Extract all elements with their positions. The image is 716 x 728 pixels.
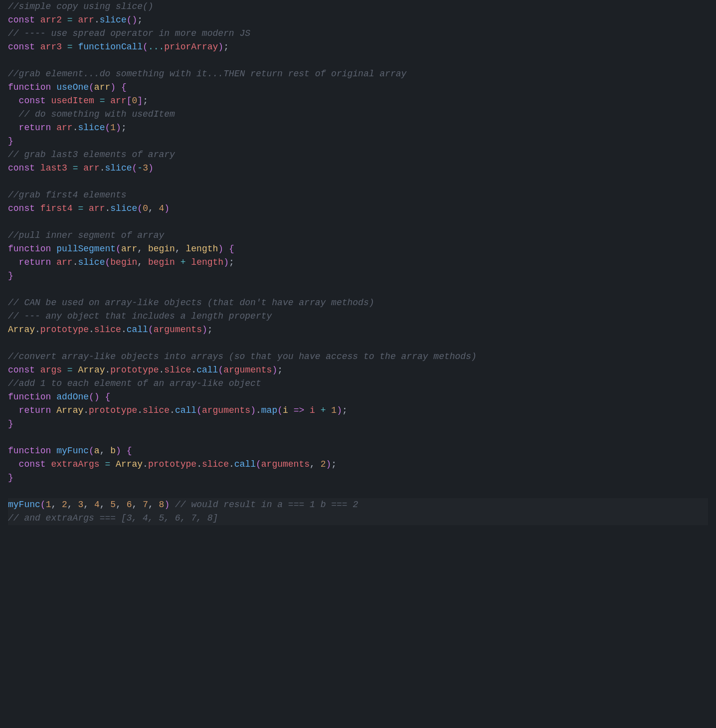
token-paren: () xyxy=(89,392,100,402)
token-paren: ) xyxy=(164,203,170,213)
token-punct: . xyxy=(83,405,89,415)
code-line[interactable]: //grab first4 elements xyxy=(8,188,708,202)
code-line[interactable]: function pullSegment(arr, begin, length)… xyxy=(8,242,708,256)
token-storage: const xyxy=(8,365,35,375)
token-plain xyxy=(175,257,180,267)
token-plain xyxy=(35,42,40,52)
token-storage: function xyxy=(8,244,51,254)
code-line[interactable] xyxy=(8,431,708,444)
token-num: 7 xyxy=(143,500,148,510)
token-plain xyxy=(94,96,100,106)
code-line[interactable]: // and extraArgs === [3, 4, 5, 6, 7, 8] xyxy=(8,512,708,525)
token-plain xyxy=(67,163,73,173)
token-comment: // and extraArgs === [3, 4, 5, 6, 7, 8] xyxy=(8,513,218,523)
token-comment: // CAN be used on array-like objects (th… xyxy=(8,298,374,308)
token-paren: ( xyxy=(89,446,94,456)
token-paren: ( xyxy=(196,405,202,415)
code-line[interactable]: function addOne() { xyxy=(8,390,708,404)
token-punct: . xyxy=(94,15,100,25)
code-line[interactable]: // grab last3 elements of arary xyxy=(8,148,708,162)
code-line[interactable]: Array.prototype.slice.call(arguments); xyxy=(8,323,708,337)
code-line[interactable] xyxy=(8,54,708,67)
token-paren: ( xyxy=(137,203,143,213)
token-varname: arr xyxy=(56,257,72,267)
token-funcname: addOne xyxy=(56,392,89,402)
code-line[interactable]: } xyxy=(8,471,708,485)
token-comment: //convert array-like objects into arrays… xyxy=(8,352,477,362)
code-line[interactable]: // --- any object that includes a length… xyxy=(8,310,708,323)
token-paren: ( xyxy=(116,244,121,254)
token-num: 1 xyxy=(110,123,116,133)
code-line[interactable]: return arr.slice(begin, begin + length); xyxy=(8,256,708,269)
code-line[interactable] xyxy=(8,175,708,188)
code-line[interactable] xyxy=(8,337,708,350)
token-punct: , xyxy=(310,459,321,469)
token-paren: ) xyxy=(250,405,256,415)
token-punct: ; xyxy=(223,42,229,52)
token-paren: ( xyxy=(218,365,223,375)
token-punct: . xyxy=(191,365,196,375)
token-plain xyxy=(35,203,40,213)
code-line[interactable]: // ---- use spread operator in more mode… xyxy=(8,27,708,40)
code-editor[interactable]: //simple copy using slice()const arr2 = … xyxy=(0,0,716,555)
token-plain xyxy=(83,203,89,213)
code-line[interactable]: return arr.slice(1); xyxy=(8,121,708,135)
code-line[interactable]: //simple copy using slice() xyxy=(8,0,708,13)
token-varname: args xyxy=(40,365,62,375)
token-punct: . xyxy=(105,203,110,213)
token-varname: begin xyxy=(110,257,137,267)
code-line[interactable]: return Array.prototype.slice.call(argume… xyxy=(8,404,708,417)
token-prop: slice xyxy=(94,325,121,335)
code-line[interactable]: const extraArgs = Array.prototype.slice.… xyxy=(8,458,708,471)
token-varname: arr xyxy=(110,96,126,106)
token-brace: } xyxy=(8,136,13,146)
token-plain xyxy=(170,500,175,510)
token-storage: return xyxy=(19,405,51,415)
code-line[interactable]: const usedItem = arr[0]; xyxy=(8,94,708,108)
token-paren: ) xyxy=(337,405,342,415)
code-line[interactable]: //grab element...do something with it...… xyxy=(8,67,708,81)
code-line[interactable]: function useOne(arr) { xyxy=(8,81,708,94)
token-brace: { xyxy=(121,82,127,92)
token-funccall: call xyxy=(234,459,256,469)
token-comment: //add 1 to each element of an array-like… xyxy=(8,378,261,388)
token-op: = xyxy=(105,459,110,469)
code-line[interactable]: //pull inner segment of array xyxy=(8,229,708,242)
code-line[interactable]: const args = Array.prototype.slice.call(… xyxy=(8,364,708,377)
code-line[interactable]: // CAN be used on array-like objects (th… xyxy=(8,296,708,310)
token-num: 2 xyxy=(62,500,67,510)
token-varname: i xyxy=(310,405,315,415)
code-line[interactable] xyxy=(8,215,708,229)
token-plain xyxy=(46,96,51,106)
code-line[interactable]: const arr2 = arr.slice(); xyxy=(8,13,708,27)
token-plain xyxy=(51,123,56,133)
token-num: 2 xyxy=(321,459,326,469)
token-paren: ( xyxy=(143,42,148,52)
token-paren: ( xyxy=(40,500,46,510)
code-line[interactable] xyxy=(8,485,708,498)
code-line[interactable]: } xyxy=(8,269,708,283)
token-varname: arr xyxy=(83,163,99,173)
code-line[interactable]: //add 1 to each element of an array-like… xyxy=(8,377,708,390)
code-line[interactable]: const arr3 = functionCall(...priorArray)… xyxy=(8,40,708,54)
token-varname: arr3 xyxy=(40,42,62,52)
token-punct: . xyxy=(73,123,78,133)
code-line[interactable]: //convert array-like objects into arrays… xyxy=(8,350,708,364)
token-funccall: call xyxy=(127,325,148,335)
token-plain xyxy=(51,244,56,254)
token-varname: last3 xyxy=(40,163,67,173)
token-plain xyxy=(121,446,127,456)
code-line[interactable]: myFunc(1, 2, 3, 4, 5, 6, 7, 8) // would … xyxy=(8,498,708,512)
token-storage: const xyxy=(19,459,46,469)
token-comment: // grab last3 elements of arary xyxy=(8,150,175,160)
code-line[interactable]: function myFunc(a, b) { xyxy=(8,444,708,458)
code-line[interactable]: } xyxy=(8,417,708,431)
code-line[interactable]: } xyxy=(8,135,708,148)
code-line[interactable]: const last3 = arr.slice(-3) xyxy=(8,162,708,175)
token-funcname: myFunc xyxy=(56,446,89,456)
code-line[interactable]: const first4 = arr.slice(0, 4) xyxy=(8,202,708,215)
code-line[interactable]: // do something with usedItem xyxy=(8,108,708,121)
code-line[interactable] xyxy=(8,283,708,296)
token-paren: ) xyxy=(116,446,121,456)
token-punct: , xyxy=(148,500,159,510)
